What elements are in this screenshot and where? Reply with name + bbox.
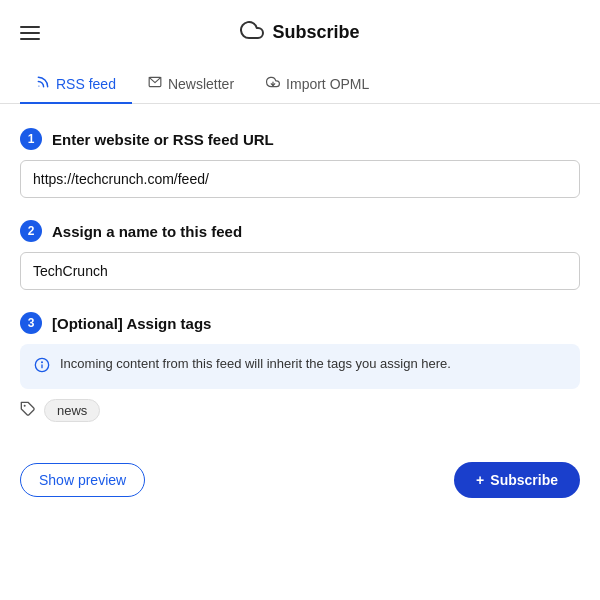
main-content: 1 Enter website or RSS feed URL 2 Assign… (0, 104, 600, 446)
menu-button[interactable] (20, 26, 40, 40)
step-3-number: 3 (20, 312, 42, 334)
tab-newsletter[interactable]: Newsletter (132, 65, 250, 104)
svg-point-0 (38, 86, 39, 87)
tab-newsletter-label: Newsletter (168, 76, 234, 92)
subscribe-button[interactable]: + Subscribe (454, 462, 580, 498)
subscribe-label: Subscribe (490, 472, 558, 488)
header-title-group: Subscribe (240, 18, 359, 47)
step-1-text: Enter website or RSS feed URL (52, 131, 274, 148)
url-input[interactable] (20, 160, 580, 198)
tags-info-box: Incoming content from this feed will inh… (20, 344, 580, 389)
cloud-icon (240, 18, 264, 47)
tags-info-text: Incoming content from this feed will inh… (60, 356, 451, 371)
step-2: 2 Assign a name to this feed (20, 220, 580, 290)
step-1-number: 1 (20, 128, 42, 150)
subscribe-plus-icon: + (476, 472, 484, 488)
tab-opml-label: Import OPML (286, 76, 369, 92)
page-title: Subscribe (272, 22, 359, 43)
tags-row: news (20, 399, 580, 422)
step-3: 3 [Optional] Assign tags Incoming conten… (20, 312, 580, 422)
footer: Show preview + Subscribe (0, 446, 600, 498)
feed-name-input[interactable] (20, 252, 580, 290)
show-preview-button[interactable]: Show preview (20, 463, 145, 497)
tab-bar: RSS feed Newsletter Import OPML (0, 65, 600, 104)
step-2-text: Assign a name to this feed (52, 223, 242, 240)
step-3-label: 3 [Optional] Assign tags (20, 312, 580, 334)
rss-icon (36, 75, 50, 92)
step-2-number: 2 (20, 220, 42, 242)
tag-icon (20, 401, 36, 421)
tag-chip-news[interactable]: news (44, 399, 100, 422)
mail-icon (148, 75, 162, 92)
step-3-text: [Optional] Assign tags (52, 315, 211, 332)
step-1: 1 Enter website or RSS feed URL (20, 128, 580, 198)
info-icon (34, 357, 50, 377)
tab-rss[interactable]: RSS feed (20, 65, 132, 104)
step-2-label: 2 Assign a name to this feed (20, 220, 580, 242)
tab-opml[interactable]: Import OPML (250, 65, 385, 104)
step-1-label: 1 Enter website or RSS feed URL (20, 128, 580, 150)
import-icon (266, 75, 280, 92)
tab-rss-label: RSS feed (56, 76, 116, 92)
header: Subscribe (0, 0, 600, 65)
